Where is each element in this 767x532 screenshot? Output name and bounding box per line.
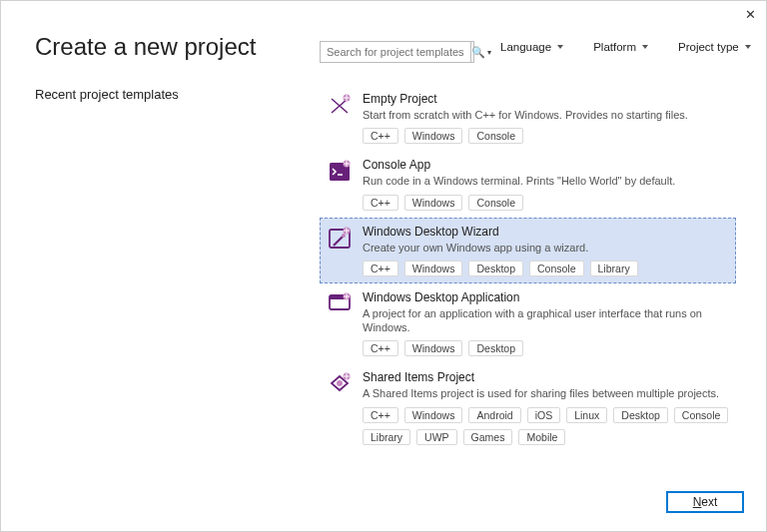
template-tag: Windows: [404, 195, 463, 211]
dialog-footer: Next: [666, 491, 744, 513]
template-tag: Console: [468, 128, 523, 144]
template-tag: Library: [363, 429, 410, 445]
template-tag: C++: [363, 128, 398, 144]
template-description: Run code in a Windows terminal. Prints "…: [363, 174, 729, 188]
template-tag: Windows: [404, 128, 463, 144]
new-project-dialog: ✕ Create a new project Recent project te…: [0, 0, 767, 532]
search-input[interactable]: [321, 42, 470, 62]
template-title: Windows Desktop Wizard: [363, 225, 729, 239]
platform-filter[interactable]: Platform: [593, 41, 648, 53]
search-box: 🔍▾: [320, 41, 474, 63]
chevron-down-icon: [642, 45, 648, 49]
template-tag: UWP: [416, 429, 457, 445]
template-item[interactable]: Blank SolutionCreate an empty solution c…: [320, 452, 736, 459]
template-title: Shared Items Project: [363, 370, 729, 384]
svg-point-5: [342, 234, 346, 238]
template-tag: iOS: [527, 407, 561, 423]
template-tag: C++: [363, 340, 398, 356]
search-icon: 🔍: [471, 46, 485, 59]
template-item[interactable]: Windows Desktop WizardCreate your own Wi…: [320, 218, 736, 283]
shared-items-icon: [327, 370, 353, 396]
template-tag: Desktop: [468, 261, 523, 276]
language-filter[interactable]: Language: [500, 41, 563, 53]
close-button[interactable]: ✕: [745, 7, 756, 22]
template-tags: C++WindowsAndroidiOSLinuxDesktopConsoleL…: [363, 407, 729, 445]
svg-point-10: [337, 380, 343, 386]
template-item[interactable]: Empty ProjectStart from scratch with C++…: [320, 85, 736, 151]
recent-templates-heading: Recent project templates: [35, 87, 179, 102]
template-tag: Windows: [404, 407, 463, 423]
template-tag: Console: [468, 195, 523, 211]
template-tag: Games: [463, 429, 513, 445]
template-description: Create your own Windows app using a wiza…: [363, 241, 729, 255]
filter-bar: Language Platform Project type: [500, 41, 751, 53]
project-type-filter[interactable]: Project type: [678, 41, 751, 53]
template-tag: Console: [529, 261, 584, 276]
search-button[interactable]: 🔍▾: [470, 42, 491, 62]
empty-project-icon: [327, 92, 353, 118]
template-tag: C++: [363, 407, 398, 423]
template-item[interactable]: Shared Items ProjectA Shared Items proje…: [320, 363, 736, 451]
template-tags: C++WindowsConsole: [363, 195, 729, 211]
template-title: Empty Project: [363, 92, 729, 106]
template-tags: C++WindowsDesktopConsoleLibrary: [363, 261, 729, 276]
template-description: A project for an application with a grap…: [363, 306, 729, 335]
template-tag: Android: [468, 407, 520, 423]
chevron-down-icon: ▾: [487, 48, 491, 57]
page-title: Create a new project: [35, 33, 256, 61]
chevron-down-icon: [557, 45, 563, 49]
template-description: A Shared Items project is used for shari…: [363, 386, 729, 400]
desktop-app-icon: [327, 290, 353, 316]
template-tag: Library: [590, 261, 638, 276]
template-item[interactable]: Windows Desktop ApplicationA project for…: [320, 283, 736, 364]
template-tag: Windows: [404, 261, 463, 276]
template-title: Windows Desktop Application: [363, 290, 729, 304]
template-tag: Mobile: [518, 429, 565, 445]
wizard-icon: [327, 225, 353, 251]
template-tag: C++: [363, 261, 398, 276]
template-tags: C++WindowsConsole: [363, 128, 729, 144]
template-list: Empty ProjectStart from scratch with C++…: [320, 85, 736, 459]
next-button[interactable]: Next: [666, 491, 744, 513]
console-app-icon: [327, 158, 353, 184]
template-tags: C++WindowsDesktop: [363, 340, 729, 356]
template-tag: Console: [674, 407, 729, 423]
template-tag: Windows: [404, 340, 463, 356]
template-tag: Linux: [566, 407, 607, 423]
chevron-down-icon: [745, 45, 751, 49]
template-description: Start from scratch with C++ for Windows.…: [363, 108, 729, 122]
template-item[interactable]: Console AppRun code in a Windows termina…: [320, 151, 736, 217]
template-tag: Desktop: [468, 340, 523, 356]
template-tag: Desktop: [613, 407, 668, 423]
template-tag: C++: [363, 195, 398, 211]
template-title: Console App: [363, 158, 729, 172]
